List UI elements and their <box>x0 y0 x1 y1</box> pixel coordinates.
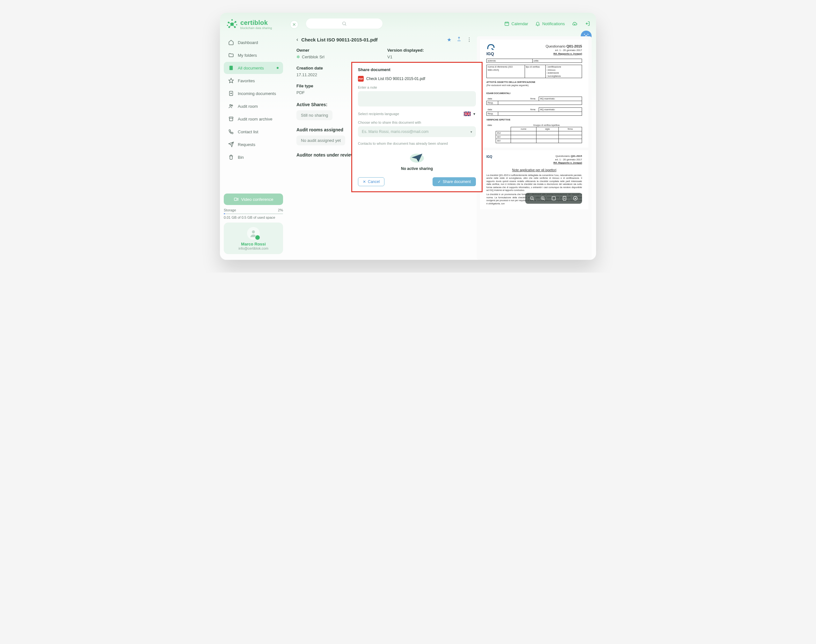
storage-percent: 2% <box>278 208 283 212</box>
language-selector[interactable]: ▼ <box>464 112 476 116</box>
fit-button[interactable] <box>550 195 557 202</box>
svg-point-15 <box>230 104 231 106</box>
storage-detail: 0.01 GB of 0.5 GB of used space <box>224 216 275 219</box>
svg-point-6 <box>227 25 228 26</box>
video-conference-button[interactable]: Video conference <box>224 193 283 205</box>
star-icon <box>228 78 234 84</box>
svg-rect-25 <box>552 197 556 200</box>
sidebar-nav: Dashboard My folders All documents Favor… <box>224 36 283 163</box>
sidebar-item-bin[interactable]: Bin <box>224 151 283 163</box>
notifications-label: Notifications <box>542 21 565 26</box>
calendar-icon <box>504 21 509 26</box>
language-label: Select recipients language <box>358 112 399 116</box>
modal-title: Share document <box>358 67 476 72</box>
sidebar-item-audit-archive[interactable]: Audit room archive <box>224 113 283 125</box>
topbar: Calendar Notifications <box>297 18 596 29</box>
document-title: Check List ISO 90011-2015-01.pdf <box>301 37 444 42</box>
logout-icon <box>585 21 590 26</box>
close-icon: ✕ <box>363 179 366 184</box>
no-active-sharing: No active sharing <box>358 147 476 175</box>
zoom-in-button[interactable] <box>539 195 547 202</box>
version-value: V1 <box>387 55 472 59</box>
back-button[interactable]: ‹ <box>297 37 298 42</box>
share-modal: Share document PDF Check List ISO 90011-… <box>351 62 482 192</box>
share-button[interactable] <box>456 36 462 43</box>
check-icon: ✓ <box>438 179 441 184</box>
phone-icon <box>228 129 234 135</box>
sidebar-item-audit-room[interactable]: Audit room <box>224 100 283 112</box>
choose-label: Choose who to share this document with <box>358 121 476 124</box>
note-label: Enter a note <box>358 86 476 89</box>
users-icon <box>228 103 234 109</box>
zoom-out-button[interactable] <box>528 195 536 202</box>
calendar-button[interactable]: Calendar <box>504 21 528 26</box>
sidebar-item-folders[interactable]: My folders <box>224 49 283 61</box>
cloud-button[interactable] <box>572 21 577 26</box>
rooms-value: No audit assigned yet <box>297 135 345 146</box>
cloud-icon <box>572 21 577 26</box>
rotate-button[interactable] <box>561 195 568 202</box>
pdf-icon: PDF <box>358 76 364 81</box>
sidebar-item-label: Audit room archive <box>238 117 272 121</box>
svg-rect-18 <box>234 198 237 201</box>
share-document-button[interactable]: ✓Share document <box>433 177 476 186</box>
cancel-button[interactable]: ✕Cancel <box>358 177 384 186</box>
sidebar: certiblok blockchain data sharing Dashbo… <box>220 13 287 260</box>
notifications-button[interactable]: Notifications <box>535 21 565 26</box>
brand-name: certiblok <box>240 19 272 26</box>
svg-rect-17 <box>229 117 233 118</box>
search-icon <box>342 21 347 26</box>
preview-page-2: IGQ Questionario Q01-2015 ed. 1 - 20 gen… <box>480 150 588 210</box>
sidebar-item-label: Bin <box>238 155 244 160</box>
logout-button[interactable] <box>585 21 590 26</box>
video-icon <box>234 197 239 202</box>
note-textarea[interactable] <box>358 91 476 106</box>
avatar <box>247 227 260 240</box>
download-button[interactable] <box>572 195 579 202</box>
sidebar-item-dashboard[interactable]: Dashboard <box>224 36 283 49</box>
svg-rect-21 <box>505 22 509 26</box>
svg-point-5 <box>231 19 233 21</box>
recipient-input[interactable]: Es. Mario Rossi, mario.rossi@mail.com ▾ <box>358 126 476 137</box>
search-input[interactable] <box>306 18 383 29</box>
logo-icon <box>226 18 238 30</box>
storage-bar <box>224 213 283 214</box>
sidebar-item-favorites[interactable]: Favorites <box>224 75 283 87</box>
calendar-label: Calendar <box>511 21 528 26</box>
sidebar-item-requests[interactable]: Requests <box>224 138 283 150</box>
sidebar-item-label: All documents <box>238 66 264 71</box>
logo: certiblok blockchain data sharing <box>224 18 283 34</box>
favorite-button[interactable]: ★ <box>447 37 452 43</box>
brand-tagline: blockchain data sharing <box>240 26 272 30</box>
preview-page-1: IGQ Questionario Q01-2015 ed. 1 - 20 gen… <box>480 40 588 147</box>
document-preview: IGQ Questionario Q01-2015 ed. 1 - 20 gen… <box>477 36 592 260</box>
document-icon <box>228 65 234 71</box>
sidebar-item-all-documents[interactable]: All documents <box>224 62 283 74</box>
sidebar-item-contacts[interactable]: Contact list <box>224 126 283 138</box>
user-card: Marco Rossi info@certiblok.com <box>224 222 283 254</box>
storage-widget: Storage 2% 0.01 GB of 0.5 GB of used spa… <box>224 208 283 219</box>
video-label: Video conference <box>241 197 274 202</box>
chevron-down-icon: ▾ <box>470 130 472 133</box>
shares-value: Still no sharing <box>297 110 332 120</box>
preview-brand: IGQ <box>487 51 495 57</box>
more-button[interactable]: ⋮ <box>467 37 472 43</box>
igq-logo-icon <box>487 44 495 51</box>
owner-label: Owner <box>297 48 381 53</box>
send-icon <box>228 141 234 147</box>
svg-marker-13 <box>229 78 234 83</box>
sidebar-item-label: My folders <box>238 53 257 58</box>
sidebar-item-label: Favorites <box>238 78 255 83</box>
sidebar-item-incoming[interactable]: Incoming documents <box>224 87 283 100</box>
app-window: ✕ certiblok blockchain data sharing Dash… <box>220 13 596 260</box>
uk-flag-icon <box>464 112 471 116</box>
sidebar-item-label: Dashboard <box>238 40 258 45</box>
svg-point-7 <box>236 24 237 26</box>
storage-label: Storage <box>224 208 236 212</box>
user-name: Marco Rossi <box>227 242 280 247</box>
svg-point-19 <box>252 230 255 233</box>
sidebar-item-label: Incoming documents <box>238 91 276 96</box>
home-icon <box>228 40 234 45</box>
version-label: Version displayed: <box>387 48 472 53</box>
archive-icon <box>228 116 234 122</box>
